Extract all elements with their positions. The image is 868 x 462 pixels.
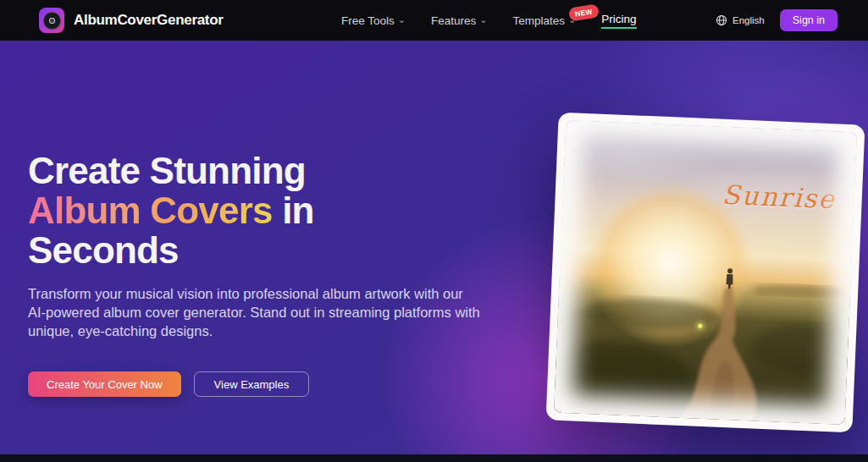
brand-name: AlbumCoverGenerator — [74, 12, 224, 29]
language-selector[interactable]: English — [716, 14, 765, 26]
next-section-edge — [0, 454, 868, 462]
navbar: AlbumCoverGenerator Free Tools ⌄ Feature… — [0, 0, 868, 41]
globe-icon — [716, 14, 727, 26]
sunrise-photo: Sunrise — [554, 120, 857, 425]
title-gradient-text: Album Covers — [28, 190, 273, 231]
vinyl-record-icon — [39, 8, 64, 33]
nav-item-pricing[interactable]: Pricing — [601, 13, 636, 29]
main-nav: Free Tools ⌄ Features ⌄ Templates ⌄ NEW … — [341, 0, 637, 41]
album-title-text: Sunrise — [721, 179, 837, 215]
new-badge: NEW — [567, 3, 599, 21]
page-title: Create Stunning Album Covers in Seconds — [28, 151, 506, 270]
nav-right: English Sign in — [716, 0, 838, 41]
hero-section: Create Stunning Album Covers in Seconds … — [0, 41, 868, 454]
nav-item-templates[interactable]: Templates ⌄ NEW — [513, 14, 577, 27]
chevron-down-icon: ⌄ — [479, 15, 487, 25]
person-silhouette — [726, 268, 733, 289]
cta-row: Create Your Cover Now View Examples — [28, 371, 506, 397]
chevron-down-icon: ⌄ — [398, 15, 406, 25]
hero-description: Transform your musical vision into profe… — [28, 285, 481, 341]
sign-in-button[interactable]: Sign in — [780, 9, 838, 31]
nav-item-free-tools[interactable]: Free Tools ⌄ — [341, 14, 406, 27]
create-cover-button[interactable]: Create Your Cover Now — [28, 371, 181, 397]
field-path-illustration — [554, 120, 857, 425]
language-label: English — [733, 15, 765, 25]
album-cover-preview: Sunrise — [546, 113, 865, 433]
brand-logo[interactable]: AlbumCoverGenerator — [39, 0, 224, 41]
nav-item-features[interactable]: Features ⌄ — [431, 14, 488, 27]
view-examples-button[interactable]: View Examples — [194, 371, 310, 397]
hero-content: Create Stunning Album Covers in Seconds … — [28, 151, 506, 397]
